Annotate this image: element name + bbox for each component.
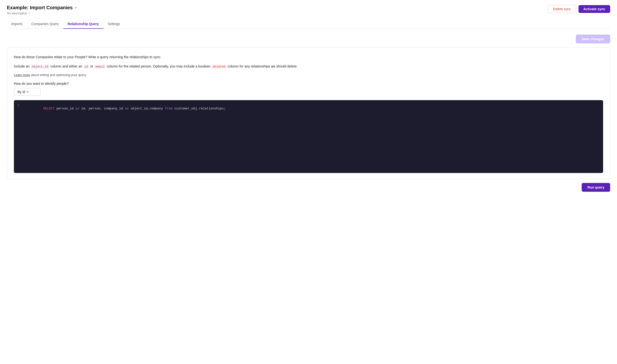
tab-settings[interactable]: Settings (103, 19, 125, 29)
chevron-down-icon: ▾ (27, 90, 28, 93)
identify-dropdown[interactable]: By id ▾ (14, 88, 41, 96)
description-paragraph-2: Include an object_id column and either a… (14, 64, 603, 69)
activate-sync-button[interactable]: Activate sync (578, 5, 610, 13)
tab-companies-query[interactable]: Companies Query (27, 19, 63, 29)
dropdown-value: By id (18, 90, 25, 94)
description-edit-icon[interactable]: ✏ (28, 12, 31, 15)
code-plain-1: person_id (54, 107, 76, 110)
code-object-id: object_id (31, 65, 50, 69)
header-actions: Delete sync Activate sync (548, 5, 610, 13)
code-email: email (94, 65, 106, 69)
desc2-prefix: Include an (14, 64, 31, 68)
code-plain-4: customer_obj_relationships; (172, 107, 226, 110)
page-title: Example: Import Companies (7, 5, 73, 11)
header-left: Example: Import Companies ✏ No descripti… (7, 5, 78, 15)
tabs-bar: Imports Companies Query Relationship Que… (7, 19, 610, 29)
delete-sync-button[interactable]: Delete sync (548, 5, 576, 13)
code-editor-empty-area[interactable] (14, 117, 603, 173)
description-text: No description (7, 12, 27, 15)
keyword-select: SELECT (43, 107, 54, 110)
code-editor[interactable]: 1 SELECT person_id as id, person, compan… (14, 100, 603, 173)
learn-more-link[interactable]: Learn more (14, 73, 30, 77)
learn-more-suffix: about writing and optimizing your query. (30, 73, 87, 77)
save-changes-button[interactable]: Save changes (576, 35, 610, 43)
run-query-button[interactable]: Run query (582, 183, 610, 192)
identify-label: How do you want to identify people? (14, 82, 603, 86)
desc2-middle1: column and either an (51, 64, 83, 68)
keyword-from: from (165, 107, 172, 110)
content-card: How do these Companies relate to your Pe… (7, 47, 610, 179)
title-edit-icon[interactable]: ✏ (75, 6, 78, 10)
desc2-suffix: column for any relationships we should d… (228, 64, 298, 68)
tab-imports[interactable]: Imports (7, 19, 27, 29)
save-row: Save changes (7, 35, 610, 43)
code-content-1: SELECT person_id as id, person, company_… (24, 103, 600, 114)
run-query-row: Run query (7, 183, 610, 192)
title-row: Example: Import Companies ✏ (7, 5, 78, 11)
code-plain-3: object_id,company (129, 107, 165, 110)
desc2-middle3: column for the related person. Optionall… (107, 64, 211, 68)
page-header: Example: Import Companies ✏ No descripti… (7, 5, 610, 15)
code-id: id (83, 65, 90, 69)
tab-relationship-query[interactable]: Relationship Query (63, 19, 103, 29)
code-plain-2: id, person, company_id (79, 107, 125, 110)
code-line-1: 1 SELECT person_id as id, person, compan… (14, 100, 603, 117)
keyword-as-2: as (125, 107, 129, 110)
description-paragraph-1: How do these Companies relate to your Pe… (14, 54, 603, 60)
description-row: No description ✏ (7, 12, 78, 15)
code-deleted: deleted (211, 65, 227, 69)
keyword-as-1: as (76, 107, 79, 110)
line-number-1: 1 (17, 103, 24, 107)
learn-more-row: Learn more about writing and optimizing … (14, 73, 603, 77)
desc2-middle2: or (90, 64, 94, 68)
